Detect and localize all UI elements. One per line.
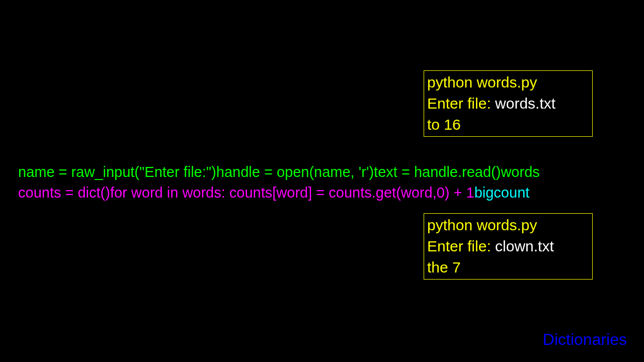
terminal-user-input: clown.txt [495,238,554,254]
terminal-output-2: python words.py Enter file: clown.txt th… [424,213,593,280]
code-segment: name = raw_input("Enter file:") [18,164,216,180]
terminal-prompt: Enter file: [427,95,495,112]
terminal-user-input: words.txt [495,95,555,112]
terminal-line: to 16 [427,114,589,135]
terminal-result: the 7 [427,259,461,276]
terminal-output-1: python words.py Enter file: words.txt to… [424,70,593,137]
terminal-prompt: Enter file: [427,238,495,254]
code-line-1: name = raw_input("Enter file:")handle = … [18,162,644,183]
terminal-line: python words.py [427,215,589,236]
terminal-line: the 7 [427,257,589,278]
code-line-2: counts = dict()for word in words: counts… [18,183,644,203]
slide-footer-label: Dictionaries [543,330,627,349]
code-segment: text = handle.read() [374,164,501,180]
code-segment: counts = dict() [18,185,110,201]
terminal-result: to 16 [427,116,461,133]
code-segment: handle = open(name, 'r') [216,164,374,180]
code-block: name = raw_input("Enter file:")handle = … [18,162,644,203]
terminal-line: Enter file: words.txt [427,93,589,114]
code-segment: for word in words: counts[word] = counts… [110,185,474,201]
code-segment: words [501,164,539,180]
code-segment: bigcount [474,185,530,201]
terminal-line: Enter file: clown.txt [427,236,589,257]
terminal-command: python words.py [427,74,537,90]
terminal-command: python words.py [427,217,537,233]
terminal-line: python words.py [427,72,589,93]
